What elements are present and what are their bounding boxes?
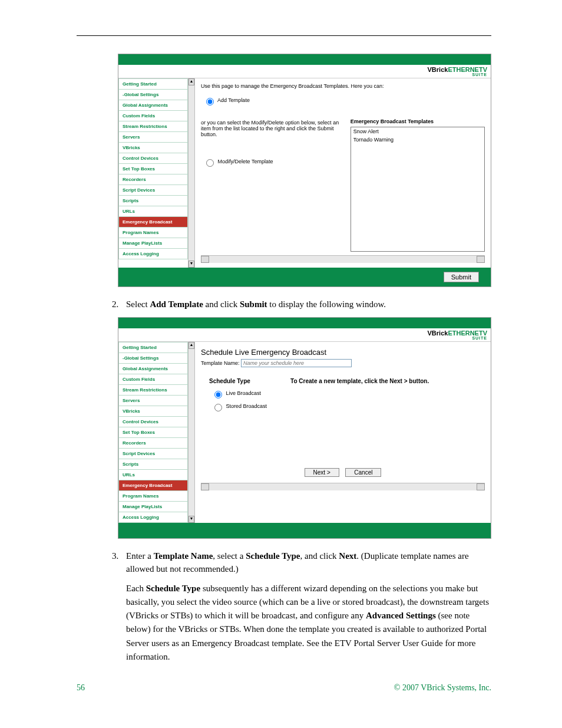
sidebar-item[interactable]: Emergency Broadcast bbox=[118, 480, 188, 491]
create-template-hint: To Create a new template, click the Next… bbox=[290, 378, 429, 415]
intro-text: Use this page to manage the Emergency Br… bbox=[201, 83, 485, 89]
screenshot-1: VBrickETHERNETV SUITE Getting Started-Gl… bbox=[118, 54, 491, 287]
sidebar: Getting Started-Global SettingsGlobal As… bbox=[118, 342, 188, 523]
sidebar-item[interactable]: Servers bbox=[118, 132, 188, 143]
stored-broadcast-radio[interactable] bbox=[214, 404, 222, 411]
list-item[interactable]: Snow Alert bbox=[351, 127, 484, 136]
sidebar-item[interactable]: Access Logging bbox=[118, 512, 188, 523]
scroll-up-icon[interactable]: ▲ bbox=[189, 342, 194, 349]
cancel-button[interactable]: Cancel bbox=[345, 468, 381, 477]
sidebar-item[interactable]: Recorders bbox=[118, 174, 188, 185]
sidebar-scrollbar[interactable]: ▲ ▼ bbox=[188, 342, 195, 523]
sidebar-item[interactable]: Manage PlayLists bbox=[118, 502, 188, 512]
sidebar-item[interactable]: -Global Settings bbox=[118, 90, 188, 100]
scroll-down-icon[interactable]: ▼ bbox=[189, 516, 194, 523]
list-item[interactable]: Tornado Warning bbox=[351, 136, 484, 144]
sidebar-item[interactable]: -Global Settings bbox=[118, 353, 188, 364]
sidebar: Getting Started-Global SettingsGlobal As… bbox=[118, 78, 188, 268]
screenshot-2: VBrickETHERNETV SUITE Getting Started-Gl… bbox=[118, 317, 491, 539]
add-template-radio[interactable] bbox=[206, 98, 214, 106]
sidebar-item[interactable]: Getting Started bbox=[118, 78, 188, 90]
sidebar-item[interactable]: VBricks bbox=[118, 406, 188, 417]
hscroll-right-icon[interactable] bbox=[477, 256, 485, 263]
sidebar-item[interactable]: Set Top Boxes bbox=[118, 164, 188, 174]
page-title: Schedule Live Emergency Broadcast bbox=[201, 348, 485, 357]
submit-button[interactable]: Submit bbox=[444, 272, 479, 282]
sidebar-item[interactable]: Set Top Boxes bbox=[118, 427, 188, 438]
sidebar-item[interactable]: Scripts bbox=[118, 196, 188, 206]
step-3: 3. Enter a Template Name, select a Sched… bbox=[112, 549, 491, 576]
sidebar-item[interactable]: Program Names bbox=[118, 228, 188, 238]
copyright: © 2007 VBrick Systems, Inc. bbox=[394, 683, 491, 693]
hscroll-right-icon[interactable] bbox=[477, 483, 485, 490]
modify-template-radio[interactable] bbox=[206, 159, 214, 167]
sidebar-item[interactable]: Custom Fields bbox=[118, 374, 188, 385]
sidebar-scrollbar[interactable]: ▲ ▼ bbox=[188, 78, 195, 268]
scroll-up-icon[interactable]: ▲ bbox=[189, 78, 194, 85]
sidebar-item[interactable]: Control Devices bbox=[118, 153, 188, 164]
sidebar-item[interactable]: URLs bbox=[118, 470, 188, 480]
vbrick-logo: VBrickETHERNETV SUITE bbox=[428, 330, 487, 340]
sidebar-item[interactable]: Global Assignments bbox=[118, 100, 188, 111]
brand-header: VBrickETHERNETV SUITE bbox=[118, 328, 491, 342]
vbrick-logo: VBrickETHERNETV SUITE bbox=[428, 66, 487, 77]
modify-template-option[interactable]: Modify/Delete Template bbox=[203, 157, 342, 167]
content-hscroll[interactable] bbox=[201, 255, 485, 263]
step-2: 2. Select Add Template and click Submit … bbox=[112, 298, 491, 311]
sidebar-item[interactable]: Recorders bbox=[118, 438, 188, 449]
sidebar-item[interactable]: Stream Restrictions bbox=[118, 385, 188, 396]
sidebar-item[interactable]: Scripts bbox=[118, 459, 188, 470]
schedule-type-heading: Schedule Type bbox=[209, 378, 267, 384]
sidebar-item[interactable]: URLs bbox=[118, 206, 188, 217]
templates-listbox[interactable]: Snow AlertTornado Warning bbox=[351, 127, 485, 252]
window-titlebar bbox=[118, 54, 491, 65]
explanatory-paragraph: Each Schedule Type subsequently has a di… bbox=[126, 582, 491, 664]
sidebar-item[interactable]: Emergency Broadcast bbox=[118, 217, 188, 228]
sidebar-item[interactable]: Script Devices bbox=[118, 185, 188, 196]
sidebar-item[interactable]: Custom Fields bbox=[118, 111, 188, 121]
sidebar-item[interactable]: Control Devices bbox=[118, 417, 188, 427]
hscroll-left-icon[interactable] bbox=[201, 483, 209, 490]
sidebar-item[interactable]: Servers bbox=[118, 396, 188, 406]
content-hscroll[interactable] bbox=[201, 483, 485, 490]
sidebar-item[interactable]: Script Devices bbox=[118, 449, 188, 459]
page-footer: 56 © 2007 VBrick Systems, Inc. bbox=[77, 683, 491, 693]
template-name-row: Template Name: bbox=[201, 359, 485, 367]
brand-header: VBrickETHERNETV SUITE bbox=[118, 65, 491, 78]
sidebar-item[interactable]: Global Assignments bbox=[118, 364, 188, 374]
templates-list-header: Emergency Broadcast Templates bbox=[351, 118, 485, 124]
add-template-option[interactable]: Add Template bbox=[203, 96, 342, 106]
instruction-text: or you can select the Modify/Delete opti… bbox=[201, 120, 342, 137]
sidebar-item[interactable]: Program Names bbox=[118, 491, 188, 502]
sidebar-item[interactable]: Manage PlayLists bbox=[118, 238, 188, 249]
live-broadcast-option[interactable]: Live Broadcast bbox=[211, 389, 267, 398]
sidebar-item[interactable]: Access Logging bbox=[118, 249, 188, 259]
page-number: 56 bbox=[77, 683, 85, 693]
stored-broadcast-option[interactable]: Stored Broadcast bbox=[211, 402, 267, 411]
sidebar-item[interactable]: Stream Restrictions bbox=[118, 121, 188, 132]
next-button[interactable]: Next > bbox=[305, 468, 339, 477]
live-broadcast-radio[interactable] bbox=[214, 391, 222, 398]
hscroll-left-icon[interactable] bbox=[201, 256, 209, 263]
template-name-input[interactable] bbox=[241, 359, 352, 367]
sidebar-item[interactable]: Getting Started bbox=[118, 342, 188, 353]
window-titlebar bbox=[118, 318, 491, 328]
sidebar-item[interactable]: VBricks bbox=[118, 143, 188, 153]
scroll-down-icon[interactable]: ▼ bbox=[189, 261, 194, 268]
